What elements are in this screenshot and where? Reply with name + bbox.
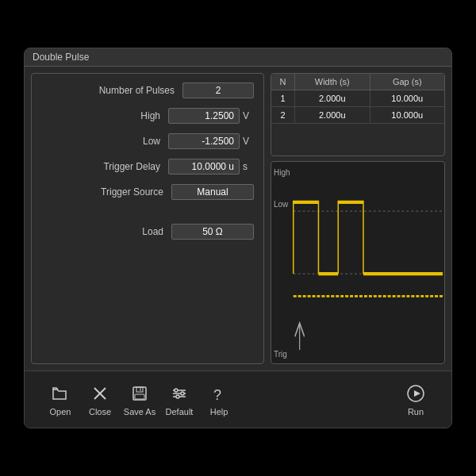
cell-width-2: 2.000u: [295, 107, 370, 123]
open-folder-icon: [49, 382, 71, 405]
row-trigger-source: Trigger Source: [41, 182, 254, 202]
save-icon: [129, 382, 151, 405]
unit-high: V: [243, 110, 254, 121]
table-header: N Width (s) Gap (s): [271, 74, 444, 90]
app-container: Double Pulse Number of Pulses High V: [24, 48, 452, 428]
svg-marker-20: [414, 390, 420, 397]
toolbar-item-close[interactable]: Close: [80, 382, 120, 416]
toolbar-item-help[interactable]: ? Help: [199, 382, 239, 416]
right-panel: N Width (s) Gap (s) 1 2.000u 10.000u 2 2…: [271, 73, 445, 364]
label-high: High: [41, 110, 168, 121]
row-pulses: Number of Pulses: [41, 80, 254, 101]
label-load: Load: [41, 226, 171, 237]
title-bar: Double Pulse: [25, 48, 451, 67]
toolbar-item-save-as[interactable]: Save As: [120, 382, 159, 416]
input-low[interactable]: [168, 133, 240, 149]
cell-gap-2: 10.000u: [370, 107, 445, 123]
toolbar-item-open[interactable]: Open: [40, 382, 80, 416]
svg-point-17: [176, 395, 179, 398]
waveform-low-label: Low: [274, 200, 288, 209]
svg-rect-9: [136, 387, 143, 392]
waveform-high-label: High: [274, 168, 290, 177]
table-empty-rows: [271, 124, 444, 155]
label-low: Low: [41, 136, 168, 147]
input-wrap-trigger-delay: s: [168, 159, 254, 175]
input-pulses[interactable]: [182, 83, 254, 98]
row-high: High V: [41, 106, 254, 126]
col-header-gap: Gap (s): [370, 74, 445, 90]
row-load: Load: [41, 221, 254, 242]
svg-rect-10: [135, 394, 144, 399]
toolbar-label-help: Help: [210, 407, 228, 416]
label-trigger-delay: Trigger Delay: [41, 161, 168, 172]
sliders-icon: [168, 382, 190, 405]
table-row: 1 2.000u 10.000u: [271, 90, 444, 107]
col-header-n: N: [271, 74, 295, 90]
waveform-panel: High Low Trig: [271, 161, 445, 364]
cell-n-1: 1: [271, 90, 295, 106]
label-trigger-source: Trigger Source: [41, 186, 171, 198]
cell-width-1: 2.000u: [295, 90, 370, 106]
app-title: Double Pulse: [33, 52, 89, 63]
col-header-width: Width (s): [295, 74, 370, 90]
input-high[interactable]: [168, 108, 240, 124]
label-pulses: Number of Pulses: [41, 85, 182, 96]
svg-point-15: [175, 389, 178, 392]
waveform-trig-label: Trig: [274, 350, 287, 359]
toolbar-item-default[interactable]: Default: [159, 382, 199, 416]
unit-trigger-delay: s: [243, 161, 254, 172]
input-wrap-high: V: [168, 108, 254, 124]
toolbar-label-open: Open: [50, 407, 71, 416]
toolbar-label-run: Run: [408, 407, 424, 416]
run-icon: [405, 382, 427, 405]
pulse-table: N Width (s) Gap (s) 1 2.000u 10.000u 2 2…: [271, 73, 445, 156]
input-wrap-pulses: [182, 83, 254, 98]
unit-low: V: [243, 136, 254, 147]
main-content: Number of Pulses High V Low V: [25, 67, 451, 370]
help-icon: ?: [208, 382, 230, 405]
input-load[interactable]: [171, 224, 254, 240]
input-wrap-low: V: [168, 133, 254, 149]
toolbar-item-run[interactable]: Run: [396, 382, 436, 416]
row-trigger-delay: Trigger Delay s: [41, 156, 254, 177]
toolbar-label-close: Close: [89, 407, 111, 416]
svg-text:?: ?: [213, 387, 221, 403]
left-panel: Number of Pulses High V Low V: [31, 73, 264, 364]
toolbar-label-save-as: Save As: [124, 407, 155, 416]
table-row: 2 2.000u 10.000u: [271, 107, 444, 124]
waveform-svg: [271, 162, 444, 363]
toolbar: Open Close Save As: [25, 370, 451, 428]
input-trigger-source[interactable]: [171, 184, 254, 200]
input-trigger-delay[interactable]: [168, 159, 240, 175]
svg-point-16: [181, 392, 184, 395]
close-x-icon: [89, 382, 111, 405]
input-wrap-load: [171, 224, 254, 240]
toolbar-label-default: Default: [166, 407, 194, 416]
row-low: Low V: [41, 131, 254, 152]
input-wrap-trigger-source: [171, 184, 254, 200]
cell-n-2: 2: [271, 107, 295, 123]
cell-gap-1: 10.000u: [370, 90, 445, 106]
